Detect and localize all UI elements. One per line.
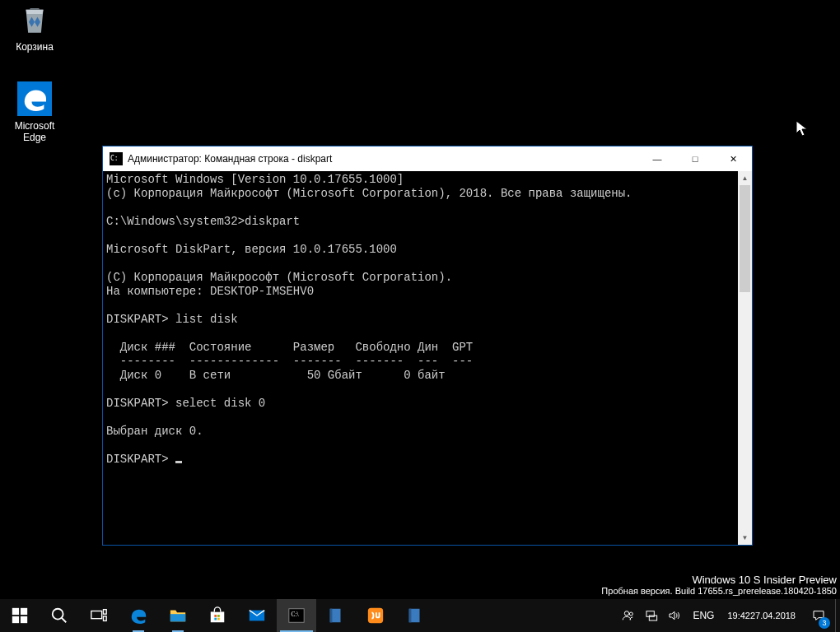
taskbar-app3[interactable] <box>395 599 435 632</box>
build-watermark: Windows 10 S Insider Preview Пробная вер… <box>601 574 837 596</box>
taskbar-store[interactable] <box>198 599 237 632</box>
svg-point-23 <box>625 611 629 616</box>
taskbar-app1[interactable] <box>316 599 356 632</box>
svg-rect-14 <box>217 618 220 620</box>
svg-rect-3 <box>12 616 19 623</box>
svg-point-24 <box>630 612 633 616</box>
mail-icon <box>248 606 266 625</box>
svg-rect-12 <box>217 615 220 617</box>
desktop-icon-recycle-bin[interactable]: Корзина <box>3 2 66 53</box>
svg-rect-19 <box>330 609 333 623</box>
explorer-icon <box>169 606 187 625</box>
start-icon <box>11 606 29 625</box>
svg-rect-9 <box>104 616 107 621</box>
tray-people[interactable] <box>617 599 640 632</box>
terminal-output[interactable]: Microsoft Windows [Version 10.0.17655.10… <box>103 171 738 545</box>
notebook-icon <box>327 606 345 625</box>
taskbar-explorer[interactable] <box>158 599 198 632</box>
svg-rect-7 <box>91 611 102 619</box>
scrollbar: ▲ ▼ <box>738 171 752 545</box>
taskview-button[interactable] <box>79 599 119 632</box>
store-icon <box>208 606 226 625</box>
taskbar-mail[interactable] <box>237 599 277 632</box>
svg-text:C:\: C:\ <box>292 611 300 618</box>
svg-rect-22 <box>409 609 412 623</box>
tray-action-center[interactable]: 3 <box>802 599 835 632</box>
watermark-line2: Пробная версия. Build 17655.rs_prereleas… <box>601 586 837 596</box>
cmd-icon <box>110 152 123 165</box>
notebook2-icon <box>406 606 424 625</box>
edge-icon <box>16 81 53 117</box>
svg-rect-4 <box>21 616 27 623</box>
svg-rect-1 <box>12 608 19 615</box>
desktop-icon-label: Microsoft Edge <box>3 120 66 143</box>
edge-icon <box>129 606 147 625</box>
network-icon <box>645 609 658 622</box>
cmd-icon: C:\ <box>287 606 306 625</box>
svg-point-5 <box>53 609 63 620</box>
svg-line-6 <box>62 618 67 623</box>
search-icon <box>50 606 68 625</box>
taskbar-app2[interactable] <box>356 599 395 632</box>
maximize-button[interactable]: □ <box>676 146 714 171</box>
show-desktop-button[interactable] <box>835 599 840 632</box>
taskbar-edge[interactable] <box>119 599 158 632</box>
tray-language[interactable]: ENG <box>686 599 721 632</box>
people-icon <box>622 609 635 622</box>
clock-time: 19:42 <box>727 611 750 621</box>
svg-rect-2 <box>21 608 27 615</box>
start-button[interactable] <box>0 599 40 632</box>
uc-icon <box>366 606 385 625</box>
notification-badge: 3 <box>819 617 830 629</box>
search-button[interactable] <box>40 599 79 632</box>
minimize-button[interactable]: — <box>638 146 676 171</box>
mouse-cursor-icon <box>796 120 809 138</box>
close-button[interactable]: ✕ <box>714 146 752 171</box>
desktop-icon-edge[interactable]: Microsoft Edge <box>3 81 66 143</box>
tray-volume[interactable] <box>663 599 686 632</box>
volume-icon <box>668 609 681 622</box>
taskbar-cmd[interactable]: C:\ <box>277 599 316 632</box>
tray-clock[interactable]: 19:42 27.04.2018 <box>721 599 802 632</box>
scroll-thumb[interactable] <box>740 185 750 292</box>
svg-rect-11 <box>214 615 217 617</box>
recycle-bin-icon <box>16 2 53 38</box>
scroll-up-button[interactable]: ▲ <box>738 171 752 185</box>
cmd-window: Администратор: Командная строка - diskpa… <box>102 146 753 546</box>
svg-rect-13 <box>214 618 217 620</box>
clock-date: 27.04.2018 <box>750 611 796 621</box>
taskbar: C:\ ENG 19:42 27.04.2018 3 <box>0 599 840 632</box>
taskview-icon <box>90 606 108 625</box>
svg-rect-10 <box>211 611 225 622</box>
scroll-down-button[interactable]: ▼ <box>738 531 752 545</box>
watermark-line1: Windows 10 S Insider Preview <box>601 574 837 586</box>
window-title: Администратор: Командная строка - diskpa… <box>128 153 638 165</box>
tray-network[interactable] <box>640 599 663 632</box>
desktop-icon-label: Корзина <box>3 41 66 53</box>
svg-rect-8 <box>104 610 107 615</box>
window-titlebar[interactable]: Администратор: Командная строка - diskpa… <box>103 146 752 171</box>
